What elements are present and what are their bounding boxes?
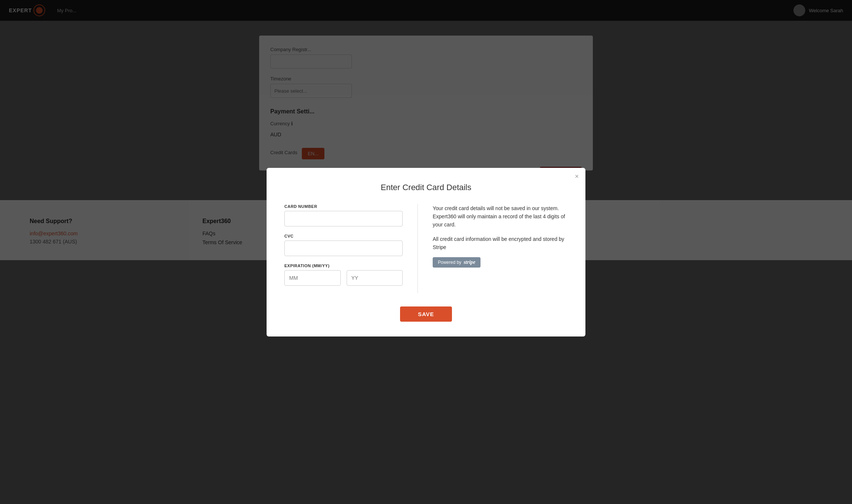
- stripe-logo-text: stripe: [463, 259, 475, 265]
- cvc-group: CVC: [284, 234, 403, 256]
- powered-by-text: Powered by: [438, 260, 461, 265]
- expiry-row: [284, 270, 403, 286]
- info-text-2: All credit card information will be encr…: [433, 235, 568, 252]
- expiry-month-input[interactable]: [284, 270, 341, 286]
- expiry-year-input[interactable]: [347, 270, 403, 286]
- cvc-input[interactable]: [284, 241, 403, 256]
- info-text-1: Your credit card details will not be sav…: [433, 204, 568, 229]
- modal-close-button[interactable]: ×: [575, 173, 579, 180]
- card-number-label: CARD NUMBER: [284, 204, 403, 209]
- powered-by-stripe-badge: Powered by stripe: [433, 257, 481, 268]
- card-number-input[interactable]: [284, 211, 403, 226]
- expiration-group: EXPIRATION (MM/YY): [284, 263, 403, 286]
- modal-info: Your credit card details will not be sav…: [418, 204, 568, 293]
- modal-footer: SAVE: [284, 306, 568, 322]
- modal-title: Enter Credit Card Details: [284, 183, 568, 192]
- modal-overlay[interactable]: × Enter Credit Card Details CARD NUMBER …: [0, 0, 852, 504]
- expiration-label: EXPIRATION (MM/YY): [284, 263, 403, 268]
- card-number-group: CARD NUMBER: [284, 204, 403, 226]
- modal-body: CARD NUMBER CVC EXPIRATION (MM/YY): [284, 204, 568, 293]
- modal-form: CARD NUMBER CVC EXPIRATION (MM/YY): [284, 204, 418, 293]
- cvc-label: CVC: [284, 234, 403, 238]
- credit-card-modal: × Enter Credit Card Details CARD NUMBER …: [267, 168, 585, 336]
- save-button[interactable]: SAVE: [400, 306, 452, 322]
